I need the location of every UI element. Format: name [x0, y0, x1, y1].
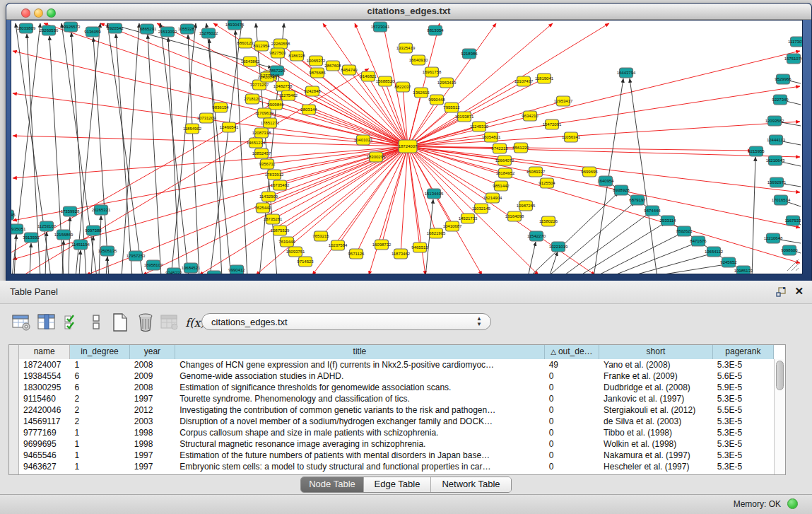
citation-edge-black [637, 264, 726, 274]
graph-node-label: 9714523 [297, 259, 314, 264]
table-cell: 2003 [130, 416, 175, 427]
graph-node-label: 7832621 [676, 229, 693, 233]
graph-node-label: 15093751 [286, 250, 305, 254]
column-header-out_de[interactable]: △out_de… [545, 345, 599, 359]
citation-edge-red [273, 146, 408, 219]
citation-edge-black [71, 33, 86, 274]
table-settings-button[interactable] [10, 310, 33, 334]
table-cell: 2008 [130, 382, 175, 393]
tab-network-table[interactable]: Network Table [431, 477, 511, 492]
graph-node-label: 10731209 [197, 116, 216, 120]
table-cell: 18724007 [19, 359, 70, 370]
graph-node-label: 8938928 [613, 188, 630, 192]
table-cell: 2009 [130, 370, 175, 382]
scrollbar-thumb[interactable] [776, 361, 784, 390]
table-row[interactable]: 1830029562008Estimation of significance … [19, 382, 774, 393]
graph-node-label: 18033809 [17, 26, 36, 30]
citation-edge-red [408, 146, 505, 173]
citation-edge-red [408, 23, 609, 146]
tab-edge-table[interactable]: Edge Table [364, 477, 431, 492]
table-cell: Tourette syndrome. Phenomenology and cla… [175, 393, 544, 404]
graph-node-label: 16543862 [241, 59, 260, 64]
citation-edge-black [188, 35, 199, 274]
table-cell: 1997 [130, 461, 175, 472]
table-vertical-scrollbar[interactable] [774, 359, 785, 474]
graph-node-label: 9912045 [11, 213, 16, 217]
citation-edge-black [168, 37, 180, 274]
graph-node-label: 11854902 [183, 127, 202, 131]
import-table-button[interactable] [158, 310, 181, 334]
graph-node-label: 22260558 [271, 42, 290, 46]
graph-node-label: 12664072 [495, 158, 514, 163]
graph-node-label: 8186328 [288, 54, 305, 58]
citation-edge-black [160, 23, 189, 274]
unselect-rows-button[interactable] [85, 310, 107, 334]
column-header-in_degree[interactable]: in_degree [70, 345, 129, 359]
table-cell: 9777169 [19, 427, 70, 438]
graph-node-label: 11542270 [527, 234, 546, 238]
select-all-rows-button[interactable] [61, 310, 83, 334]
column-header-pagerank[interactable]: pagerank [713, 345, 774, 359]
table-cell: 19384554 [19, 370, 70, 382]
memory-ok-icon[interactable] [787, 498, 798, 509]
table-cell: 22420046 [19, 404, 70, 416]
graph-node-label: 8813054 [427, 28, 444, 33]
graph-node-label: 12087318 [252, 131, 271, 135]
graph-node-label: 9571126 [348, 252, 365, 256]
table-cell: Estimation of significance thresholds fo… [175, 382, 544, 393]
table-row[interactable]: 2242004622012Investigating the contribut… [19, 404, 774, 416]
add-column-button[interactable] [35, 310, 58, 334]
tab-node-table[interactable]: Node Table [301, 477, 364, 492]
table-cell: 5.3E-5 [713, 416, 774, 427]
column-header-name[interactable]: name [19, 345, 70, 359]
table-cell: 1 [70, 450, 129, 461]
create-table-button[interactable] [109, 310, 131, 334]
graph-node-label: 7857224 [269, 69, 286, 73]
table-cell: Disruption of a novel member of a sodium… [175, 416, 544, 427]
graph-node-label: 15472091 [543, 122, 562, 127]
table-row[interactable]: 977716911998Corpus callosum shape and si… [19, 427, 774, 438]
column-header-year[interactable]: year [130, 345, 175, 359]
table-cell: Genome-wide association studies in ADHD. [175, 370, 544, 382]
delete-table-button[interactable] [134, 310, 157, 334]
network-canvas[interactable]: 8860123891295422260558982750316543862127… [11, 20, 803, 274]
graph-node-label: 16054821 [482, 135, 501, 139]
graph-node-label: 18724007 [399, 144, 418, 148]
table-cell: 2 [70, 416, 129, 427]
float-panel-icon[interactable] [775, 286, 787, 298]
graph-node-label: 10654112 [705, 250, 724, 254]
citation-edge-red [256, 146, 408, 274]
table-cell: Dudbridge et al. (2008) [599, 382, 713, 393]
table-row[interactable]: 969969511998Structural magnetic resonanc… [19, 438, 774, 450]
memory-status-label: Memory: OK [734, 499, 781, 509]
table-source-select[interactable]: citations_edges.txt ▲▼ [201, 313, 491, 330]
close-panel-icon[interactable]: ✕ [794, 285, 804, 298]
graph-node-label: 11275462 [279, 93, 298, 98]
table-cell: Jankovic et al. (1997) [599, 393, 713, 404]
citation-edge-black [606, 243, 695, 274]
graph-node-label: 11032145 [472, 206, 491, 211]
table-cell: 18300295 [19, 382, 70, 393]
window-titlebar[interactable]: citations_edges.txt [6, 4, 811, 20]
graph-node-label: 8822037 [394, 85, 411, 89]
table-row[interactable]: 1872400712008Changes of HCN gene express… [19, 359, 774, 370]
graph-node-label: 11873462 [392, 252, 411, 256]
table-row[interactable]: 911546021997Tourette syndrome. Phenomeno… [19, 393, 774, 404]
table-body: 1872400712008Changes of HCN gene express… [19, 359, 774, 474]
table-row[interactable]: 1938455462009Genome-wide association stu… [19, 370, 774, 382]
table-row[interactable]: 946554611997Estimation of the future num… [19, 450, 774, 461]
graph-node-label: 17851271 [261, 121, 280, 125]
graph-node-label: 15134405 [425, 192, 444, 196]
citation-edge-black [107, 23, 143, 274]
table-cell: 5.6E-5 [713, 370, 774, 382]
graph-node-label: 9146821 [360, 74, 377, 78]
graph-node-label: 7619444 [278, 240, 295, 244]
graph-node-label: 2867608 [324, 64, 341, 68]
table-cell: 0 [545, 393, 599, 404]
graph-node-label: 7625442 [254, 206, 271, 210]
table-row[interactable]: 1456911722003Disruption of a novel membe… [19, 416, 774, 427]
column-header-title[interactable]: title [175, 345, 545, 359]
table-row[interactable]: 946362711997Embryonic stem cells: a mode… [19, 461, 774, 472]
column-header-short[interactable]: short [599, 345, 713, 359]
graph-node-label: 14521733 [459, 216, 478, 221]
